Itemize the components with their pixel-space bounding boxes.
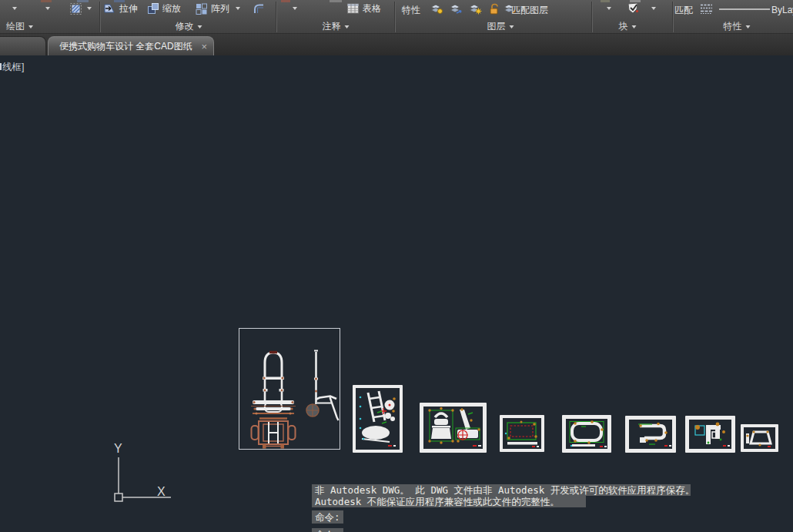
draw-flyout-caret[interactable] xyxy=(45,1,50,16)
linetype-icon xyxy=(699,2,714,15)
panel-separator xyxy=(99,2,100,32)
viewport-style-label[interactable]: 线框] xyxy=(2,61,24,74)
file-tab-active[interactable]: 便携式购物车设计 全套CAD图纸 × xyxy=(48,36,214,55)
layer-isolate-button[interactable] xyxy=(449,1,463,16)
hatch-icon xyxy=(69,2,82,15)
lineweight-value[interactable]: ByLay xyxy=(771,2,793,18)
layer-unlock-button[interactable] xyxy=(487,1,500,16)
tab-close-icon[interactable]: × xyxy=(201,42,207,52)
block-flyout-caret[interactable] xyxy=(607,1,611,16)
attribute-shield-icon xyxy=(625,2,641,15)
match-layer-label: 匹配图层 xyxy=(511,4,548,17)
hatch-flyout-caret[interactable] xyxy=(87,1,92,16)
ribbon: 拉伸 缩放 阵列 xyxy=(0,0,793,34)
drawing-thumbnail[interactable] xyxy=(562,415,611,453)
drawing-view-selected[interactable] xyxy=(239,328,340,450)
hatch-button[interactable] xyxy=(69,1,82,16)
array-caret[interactable] xyxy=(236,7,240,10)
scale-icon xyxy=(146,2,159,15)
table-label: 表格 xyxy=(363,2,381,15)
command-warning-line: 非 Autodesk DWG。 此 DWG 文件由非 Autodesk 开发或许… xyxy=(312,484,691,496)
layer-properties-button[interactable]: 特性 xyxy=(402,2,420,18)
block-flyout-caret[interactable] xyxy=(651,1,656,16)
panel-label-modify[interactable]: 修改 xyxy=(176,20,202,33)
drawing-thumbnail[interactable] xyxy=(685,416,735,453)
drawing-thumbnail[interactable] xyxy=(420,403,487,453)
fillet-icon xyxy=(253,2,266,15)
panel-separator xyxy=(591,2,592,32)
table-button[interactable]: 表格 xyxy=(346,1,381,16)
stretch-button[interactable]: 拉伸 xyxy=(103,1,138,16)
edit-attribute-button[interactable] xyxy=(625,1,641,16)
ucs-icon: Y X xyxy=(108,437,179,505)
svg-text:Y: Y xyxy=(114,442,122,455)
drawing-canvas[interactable]: 线框] xyxy=(0,55,793,532)
stretch-label: 拉伸 xyxy=(119,2,138,15)
table-icon xyxy=(346,2,360,15)
layer-off-button[interactable] xyxy=(430,1,443,16)
unlock-icon xyxy=(487,2,500,15)
fillet-button[interactable] xyxy=(253,1,266,16)
drawing-thumbnail[interactable] xyxy=(625,416,676,453)
drawing-thumbnail[interactable] xyxy=(500,415,544,452)
panel-label-annotate[interactable]: 注释 xyxy=(323,20,350,33)
panel-label-properties[interactable]: 特性 xyxy=(724,20,751,33)
match-properties-label: 匹配 xyxy=(674,4,693,17)
layer-properties-label: 特性 xyxy=(402,4,420,17)
layer-off-icon xyxy=(430,2,443,15)
panel-label-layers[interactable]: 图层 xyxy=(487,20,514,33)
panel-label-draw[interactable]: 绘图 xyxy=(6,20,33,33)
lineweight-sample-icon xyxy=(719,2,770,15)
scale-button[interactable]: 缩放 xyxy=(146,1,181,16)
linetype-button[interactable] xyxy=(699,1,714,16)
stretch-icon xyxy=(103,2,116,15)
match-layer-button[interactable]: 匹配图层 xyxy=(511,2,548,18)
autocad-window: 拉伸 缩放 阵列 xyxy=(0,0,793,532)
viewport-label-sliver xyxy=(0,63,2,70)
layer-isolate-icon xyxy=(449,2,463,15)
array-label: 阵列 xyxy=(211,2,229,15)
layer-freeze-icon xyxy=(468,2,482,15)
panel-separator xyxy=(394,2,395,32)
panel-separator xyxy=(672,2,673,32)
drawing-thumbnail[interactable] xyxy=(741,424,778,452)
file-tab-title: 便携式购物车设计 全套CAD图纸 xyxy=(59,40,196,53)
array-button[interactable]: 阵列 xyxy=(195,1,240,16)
command-prompt-clipped[interactable]: 命令: xyxy=(312,528,343,532)
svg-text:X: X xyxy=(157,485,166,498)
trolley-assembly-drawing xyxy=(239,329,340,449)
file-tab-bar: 便携式购物车设计 全套CAD图纸 × + xyxy=(0,34,793,55)
draw-flyout-caret[interactable] xyxy=(12,1,17,16)
array-icon xyxy=(195,2,208,15)
cut-icon-sliver xyxy=(330,0,342,2)
file-tab-partial[interactable] xyxy=(0,36,46,55)
layer-freeze-button[interactable] xyxy=(468,1,482,16)
annotate-flyout-caret[interactable] xyxy=(293,1,297,16)
drawing-thumbnail[interactable] xyxy=(353,385,403,453)
panel-separator xyxy=(276,2,276,32)
command-warning-line: Autodesk 不能保证应用程序兼容性或此文件的完整性。 xyxy=(312,496,586,507)
command-history: 非 Autodesk DWG。 此 DWG 文件由非 Autodesk 开发或许… xyxy=(312,484,691,507)
lineweight-select[interactable] xyxy=(719,1,770,16)
cut-icon-sliver xyxy=(281,0,290,2)
scale-label: 缩放 xyxy=(162,2,181,15)
panel-label-block[interactable]: 块 xyxy=(619,20,637,33)
command-prompt[interactable]: 命令: xyxy=(312,510,343,524)
match-properties-button[interactable]: 匹配 xyxy=(674,2,693,18)
